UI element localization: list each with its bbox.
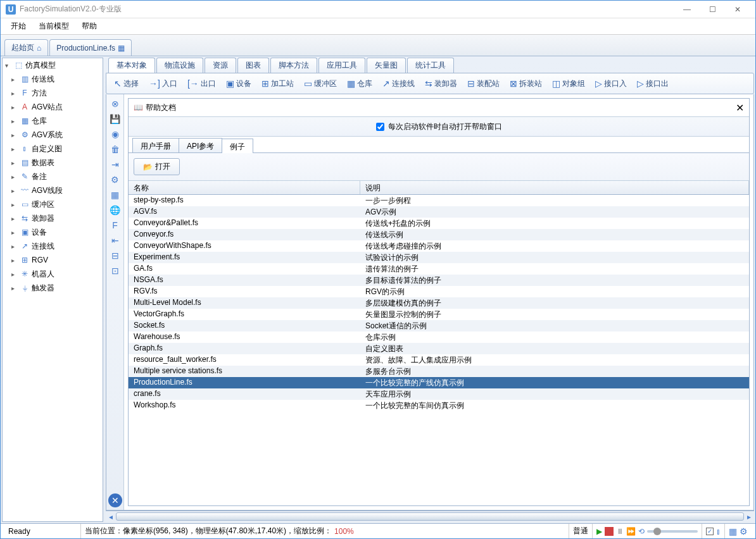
table-row[interactable]: resource_fault_worker.fs资源、故障、工人集成应用示例 <box>129 354 749 366</box>
maximize-button[interactable]: ☐ <box>700 1 725 18</box>
tree-item[interactable]: ▸↗连接线 <box>3 239 103 253</box>
grid-icon[interactable]: ▦ <box>729 526 737 536</box>
tree-item[interactable]: ▸⇆装卸器 <box>3 211 103 225</box>
table-row[interactable]: Graph.fs自定义图表 <box>129 343 749 354</box>
ribbon-tab[interactable]: 脚本方法 <box>270 58 317 73</box>
expand-icon[interactable]: ▸ <box>11 215 18 222</box>
tool-calendar-icon[interactable]: ▦ <box>108 188 122 202</box>
expand-icon[interactable]: ▸ <box>11 90 18 97</box>
tab-production-line[interactable]: ProductionLine.fs ▦ <box>49 39 132 56</box>
sub-tab-examples[interactable]: 例子 <box>222 139 253 153</box>
tree-item[interactable]: ▸✎备注 <box>3 170 103 183</box>
ribbon-button[interactable]: ▣设备 <box>222 77 255 91</box>
pause-icon[interactable]: ⏸ <box>616 527 624 536</box>
ribbon-tab[interactable]: 应用工具 <box>318 58 365 73</box>
status-mode[interactable]: 普通 <box>569 524 592 538</box>
table-row[interactable]: Conveyor.fs传送线示例 <box>129 229 749 240</box>
tree-item[interactable]: ▸〰AGV线段 <box>3 183 103 197</box>
tool-f-icon[interactable]: F <box>108 218 122 232</box>
ribbon-button[interactable]: ↗连接线 <box>379 77 419 91</box>
tool-focus-icon[interactable]: ⊡ <box>108 264 122 278</box>
ribbon-button[interactable]: ◫对象组 <box>548 77 589 91</box>
open-button[interactable]: 📂 打开 <box>134 158 180 175</box>
expand-icon[interactable]: ▸ <box>11 229 18 236</box>
table-row[interactable]: RGV.fsRGV的示例 <box>129 286 749 297</box>
stop-icon[interactable] <box>605 527 614 536</box>
scroll-left-icon[interactable]: ◂ <box>106 511 116 522</box>
expand-icon[interactable]: ▸ <box>11 271 18 278</box>
tree-item[interactable]: ▸⚙AGV系统 <box>3 128 103 142</box>
sub-tab-manual[interactable]: 用户手册 <box>132 138 179 152</box>
tool-export-icon[interactable]: ⇥ <box>108 158 122 171</box>
ribbon-button[interactable]: ⊠拆装站 <box>506 77 546 91</box>
tool-close-icon[interactable]: ✕ <box>108 493 122 507</box>
ribbon-button[interactable]: ⊟装配站 <box>463 77 503 91</box>
tool-save-icon[interactable]: 💾 <box>108 112 122 126</box>
tool-trash-icon[interactable]: 🗑 <box>108 142 122 156</box>
tool-import-icon[interactable]: ⇤ <box>108 233 122 247</box>
tree-item[interactable]: ▸AAGV站点 <box>3 100 103 114</box>
table-row[interactable]: Experiment.fs试验设计的示例 <box>129 252 749 263</box>
tree-item[interactable]: ▸▭缓冲区 <box>3 197 103 211</box>
panel-close-icon[interactable]: ✕ <box>736 102 744 114</box>
table-row[interactable]: AGV.fsAGV示例 <box>129 206 749 218</box>
tree-item[interactable]: ▸✳机器人 <box>3 267 103 281</box>
table-row[interactable]: Workshop.fs一个比较完整的车间仿真示例 <box>129 400 749 411</box>
tree-item[interactable]: ▸▥传送线 <box>3 72 103 86</box>
sub-tab-api[interactable]: API参考 <box>179 138 222 152</box>
expand-icon[interactable]: ▸ <box>11 285 18 292</box>
loop-icon[interactable]: ⟲ <box>638 527 645 536</box>
ribbon-tab[interactable]: 图表 <box>237 58 269 73</box>
ribbon-tab[interactable]: 物流设施 <box>156 58 203 73</box>
expand-icon[interactable]: ▸ <box>11 118 18 125</box>
tool-layout-icon[interactable]: ⊟ <box>108 249 122 263</box>
expand-icon[interactable]: ▸ <box>11 201 18 208</box>
expand-icon[interactable]: ▸ <box>11 187 18 194</box>
tree-item[interactable]: ▸F方法 <box>3 86 103 100</box>
ribbon-button[interactable]: ⊞加工站 <box>258 77 298 91</box>
col-name[interactable]: 名称 <box>129 181 360 194</box>
table-row[interactable]: VectorGraph.fs矢量图显示控制的例子 <box>129 309 749 320</box>
check-toggle[interactable]: ✓ <box>706 528 714 535</box>
ribbon-button[interactable]: ▷接口入 <box>591 77 631 91</box>
expand-icon[interactable]: ▸ <box>11 132 18 139</box>
tree-item[interactable]: ▸▣设备 <box>3 225 103 239</box>
col-desc[interactable]: 说明 <box>360 181 749 194</box>
h-scrollbar[interactable]: ◂ ▸ <box>106 511 754 522</box>
tool-gear-icon[interactable]: ⚙ <box>108 173 122 187</box>
table-row[interactable]: Socket.fsSocket通信的示例 <box>129 320 749 331</box>
tool-disk-icon[interactable]: ◉ <box>108 127 122 141</box>
table-row[interactable]: GA.fs遗传算法的例子 <box>129 263 749 275</box>
expand-icon[interactable]: ▸ <box>11 76 18 83</box>
graph-icon[interactable]: ⫾ <box>716 526 721 536</box>
auto-open-checkbox[interactable] <box>376 123 384 131</box>
expand-icon[interactable]: ▸ <box>11 257 18 264</box>
ribbon-tab[interactable]: 矢量图 <box>367 58 406 73</box>
tree-item[interactable]: ▸⫾自定义图 <box>3 142 103 156</box>
tree-root[interactable]: ▾ ⬚ 仿真模型 <box>3 58 103 72</box>
tree-item[interactable]: ▸▦仓库 <box>3 114 103 128</box>
ribbon-button[interactable]: ▦仓库 <box>343 77 376 91</box>
tool-globe-icon[interactable]: 🌐 <box>108 203 122 217</box>
settings-icon[interactable]: ⚙ <box>740 526 748 536</box>
menu-start[interactable]: 开始 <box>6 19 31 34</box>
table-row[interactable]: ProductionLine.fs一个比较完整的产线仿真示例 <box>129 377 749 388</box>
minimize-button[interactable]: ― <box>674 1 700 18</box>
table-row[interactable]: ConveyorWithShape.fs传送线考虑碰撞的示例 <box>129 240 749 252</box>
menu-current-model[interactable]: 当前模型 <box>34 19 74 34</box>
table-row[interactable]: Warehouse.fs仓库示例 <box>129 331 749 343</box>
expand-icon[interactable]: ▸ <box>11 243 18 250</box>
ribbon-button[interactable]: [→出口 <box>184 77 220 91</box>
ribbon-tab[interactable]: 统计工具 <box>407 58 454 73</box>
table-row[interactable]: Multi-Level Model.fs多层级建模仿真的例子 <box>129 297 749 309</box>
ribbon-button[interactable]: ⇆装卸器 <box>421 77 461 91</box>
fast-icon[interactable]: ⏩ <box>626 527 636 536</box>
expand-icon[interactable]: ▸ <box>11 173 18 180</box>
expand-icon[interactable]: ▸ <box>11 104 18 111</box>
expand-icon[interactable]: ▸ <box>11 146 18 152</box>
ribbon-button[interactable]: ↖选择 <box>110 77 142 91</box>
scroll-thumb[interactable] <box>116 512 744 521</box>
collapse-icon[interactable]: ▾ <box>5 62 11 69</box>
tree-item[interactable]: ▸⊞RGV <box>3 253 103 267</box>
expand-icon[interactable]: ▸ <box>11 159 18 166</box>
